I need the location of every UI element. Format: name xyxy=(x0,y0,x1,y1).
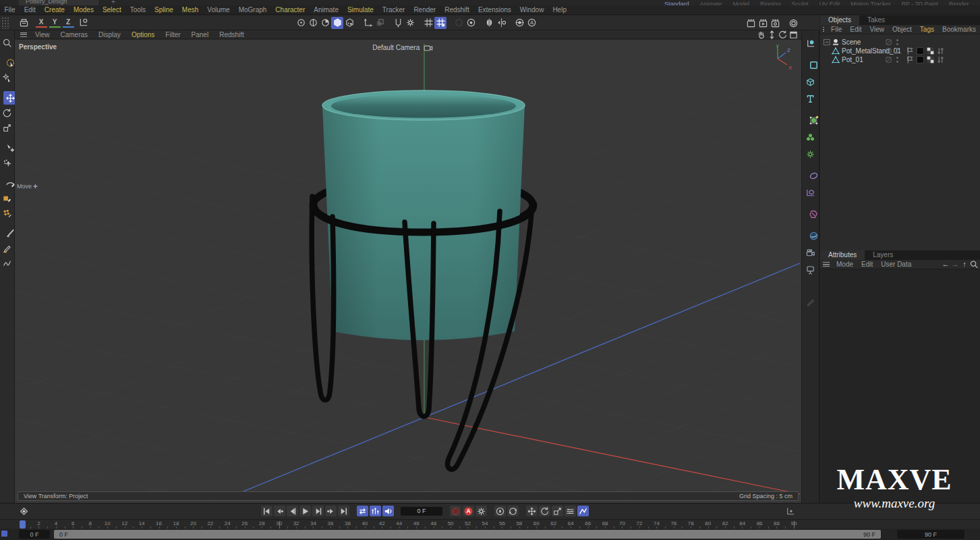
camera-label[interactable]: Default Camera xyxy=(372,41,434,53)
generator-gear-icon[interactable] xyxy=(803,146,818,161)
preview-range-slider[interactable]: 0 F 90 F xyxy=(54,530,881,539)
autokey-icon[interactable]: A xyxy=(463,506,474,516)
symmetry-icon[interactable] xyxy=(483,17,495,29)
volume-icon[interactable] xyxy=(806,207,821,221)
rectangle-spline-tool-icon[interactable] xyxy=(1,191,14,205)
world-axis-icon[interactable] xyxy=(77,17,89,29)
menu-redshift[interactable]: Redshift xyxy=(214,30,250,39)
flag-tag-icon[interactable] xyxy=(906,55,915,64)
model-mode-icon[interactable] xyxy=(331,17,343,29)
menu-character[interactable]: Character xyxy=(271,5,310,15)
snap-icon[interactable] xyxy=(513,17,525,29)
camera-object-icon[interactable] xyxy=(803,245,818,260)
menu-mograph[interactable]: MoGraph xyxy=(234,5,271,15)
sound-icon[interactable] xyxy=(382,506,394,516)
menu-filter[interactable]: Filter xyxy=(160,30,185,39)
enable-toggle-icon[interactable] xyxy=(884,55,893,64)
deformer-ellipse-icon[interactable] xyxy=(806,168,821,183)
menu-cameras[interactable]: Cameras xyxy=(55,30,94,39)
object-label[interactable]: Pot_01 xyxy=(842,56,863,63)
x-axis-lock-button[interactable]: X xyxy=(36,18,47,28)
visibility-dots-icon[interactable] xyxy=(893,55,902,64)
menu-view[interactable]: View xyxy=(30,30,55,39)
menu-mesh[interactable]: Mesh xyxy=(177,5,202,15)
mirror-icon[interactable] xyxy=(495,17,507,29)
viewport-menu-icon[interactable] xyxy=(20,32,27,37)
uv-tag-icon[interactable] xyxy=(936,55,945,64)
timeline-playhead[interactable] xyxy=(20,520,26,529)
layout-tab-animate[interactable]: Animate xyxy=(700,0,722,5)
archive-icon[interactable] xyxy=(18,17,30,29)
sketch-tool-icon[interactable] xyxy=(1,256,14,269)
tab-layers[interactable]: Layers xyxy=(865,250,901,260)
layout-tab-motion-tracker[interactable]: Motion Tracker xyxy=(851,0,891,5)
camera-small-icon[interactable] xyxy=(422,41,434,53)
pen-tool-icon[interactable] xyxy=(1,241,14,254)
timeline-ruler[interactable]: 0246810121416182022242628303234363840424… xyxy=(0,519,980,529)
menu-volume[interactable]: Volume xyxy=(203,5,234,15)
menu-mode[interactable]: Mode xyxy=(832,260,857,269)
menu-simulate[interactable]: Simulate xyxy=(343,5,378,15)
layout-tab-uv-edit[interactable]: UV Edit xyxy=(819,0,840,5)
dolly-icon[interactable] xyxy=(766,30,777,39)
next-frame-icon[interactable] xyxy=(312,506,324,516)
menu-object[interactable]: Object xyxy=(888,25,916,34)
auto-snap-icon[interactable]: A xyxy=(525,17,538,29)
isolate-icon[interactable] xyxy=(465,17,477,29)
current-frame-field[interactable]: 0 F xyxy=(401,507,442,516)
axis-gizmo[interactable]: Y Z X xyxy=(759,43,795,71)
layout-tab-model[interactable]: Model xyxy=(733,0,750,5)
texture-mode-icon[interactable] xyxy=(343,17,355,29)
scale-key-icon[interactable] xyxy=(552,506,563,516)
workplane-settings-icon[interactable] xyxy=(404,17,416,29)
workplane-icon[interactable] xyxy=(392,17,404,29)
pan-icon[interactable] xyxy=(755,30,766,39)
timeline-corner-icon[interactable] xyxy=(1,531,7,537)
menu-file[interactable]: File xyxy=(0,5,20,15)
menu-edit[interactable]: Edit xyxy=(846,25,865,34)
expand-icon[interactable] xyxy=(823,37,831,47)
disabled-circle-icon[interactable] xyxy=(453,17,465,29)
scale-tool-icon[interactable] xyxy=(1,121,14,134)
environment-icon[interactable] xyxy=(806,228,821,243)
soft-selection-tool-icon[interactable] xyxy=(1,156,14,169)
polygons-mode-icon[interactable] xyxy=(319,17,331,29)
layout-tab-standard[interactable]: Standard xyxy=(664,0,689,5)
set-key-icon[interactable] xyxy=(784,506,796,516)
pla-icon[interactable] xyxy=(577,506,589,516)
object-label[interactable]: Scene xyxy=(842,38,861,46)
zoom-tool-icon[interactable] xyxy=(1,36,14,49)
menu-modes[interactable]: Modes xyxy=(69,5,98,15)
points-paint-tool-icon[interactable] xyxy=(1,206,14,219)
back-arrow-icon[interactable]: ← xyxy=(941,260,950,269)
render-view-icon[interactable] xyxy=(745,17,757,29)
layout-tab-render[interactable]: Render xyxy=(949,0,969,5)
keyframe-settings-icon[interactable] xyxy=(475,506,487,516)
orbit-icon[interactable] xyxy=(777,30,788,39)
render-settings-icon[interactable] xyxy=(769,17,781,29)
go-to-end-icon[interactable] xyxy=(338,506,349,516)
view-label[interactable]: Perspective xyxy=(19,43,57,51)
grid-icon[interactable] xyxy=(422,17,434,29)
param-key-icon[interactable] xyxy=(565,506,576,516)
attributes-menu-icon[interactable] xyxy=(823,262,830,267)
keyframe-nav-icon[interactable] xyxy=(18,506,30,516)
lock-keys-icon[interactable] xyxy=(494,506,506,516)
go-to-start-icon[interactable] xyxy=(261,506,272,516)
tab-attributes[interactable]: Attributes xyxy=(820,250,865,260)
layout-tab-rigging[interactable]: Rigging xyxy=(760,0,781,5)
pencil-icon[interactable] xyxy=(803,294,818,309)
menu-tracker[interactable]: Tracker xyxy=(378,5,409,15)
enable-axis-icon[interactable] xyxy=(374,17,386,29)
tweak-tool-icon[interactable] xyxy=(1,71,14,84)
forward-arrow-icon[interactable]: → xyxy=(950,260,960,269)
material-manager-icon[interactable] xyxy=(787,17,799,29)
layout-tab-bp-3d-paint[interactable]: BP - 3D Paint xyxy=(902,0,938,5)
menu-extensions[interactable]: Extensions xyxy=(473,5,515,15)
tree-row-pot_01[interactable]: Pot_01 xyxy=(820,55,980,64)
search-icon[interactable] xyxy=(969,260,979,269)
menu-view[interactable]: View xyxy=(865,25,888,34)
subdivision-surface-icon[interactable] xyxy=(806,113,821,128)
maximize-icon[interactable] xyxy=(788,30,799,39)
menu-file[interactable]: File xyxy=(827,25,846,34)
